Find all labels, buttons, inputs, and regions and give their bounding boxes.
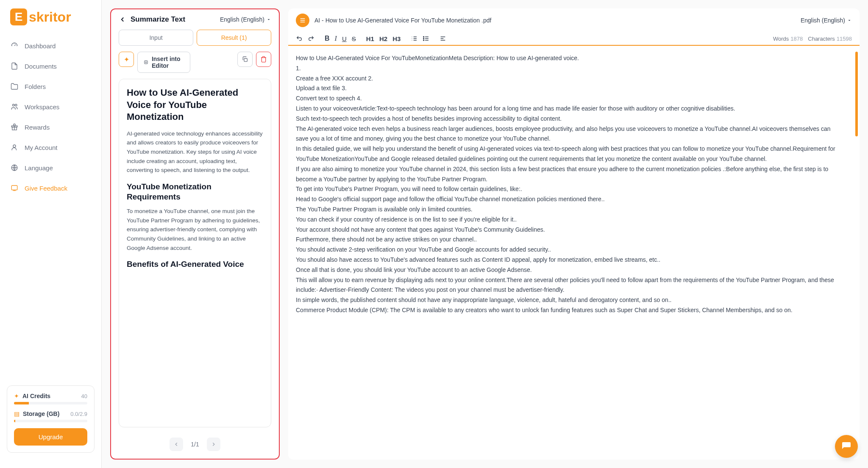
storage-label: Storage (GB) bbox=[23, 410, 70, 417]
editor-line[interactable]: Create a free XXX account 2. bbox=[296, 74, 843, 84]
editor-line[interactable]: Upload a text file 3. bbox=[296, 83, 843, 94]
ai-magic-button[interactable]: ✦ bbox=[119, 52, 134, 67]
sidebar-item-dashboard[interactable]: Dashboard bbox=[0, 36, 101, 56]
globe-icon bbox=[10, 163, 19, 172]
editor-line[interactable]: Listen to your voiceoverArticle:Text-to-… bbox=[296, 104, 843, 114]
unordered-list-icon bbox=[423, 35, 429, 42]
sidebar-item-account[interactable]: My Account bbox=[0, 137, 101, 158]
sidebar-item-label: Workspaces bbox=[25, 103, 59, 111]
sidebar-item-documents[interactable]: Documents bbox=[0, 56, 101, 76]
storage-icon: ▤ bbox=[14, 410, 19, 417]
word-count: Words1878 Characters11598 bbox=[773, 36, 852, 42]
unordered-list-button[interactable] bbox=[423, 35, 429, 42]
align-button[interactable] bbox=[440, 35, 446, 42]
sparkle-icon: ✦ bbox=[124, 55, 129, 64]
editor-line[interactable]: Head to Google's official support page a… bbox=[296, 194, 843, 205]
sidebar-item-language[interactable]: Language bbox=[0, 158, 101, 178]
pager-text: 1/1 bbox=[191, 441, 199, 448]
h3-button[interactable]: H3 bbox=[392, 35, 401, 42]
editor-line[interactable]: How to Use AI-Generated Voice For YouTub… bbox=[296, 53, 843, 64]
editor-line[interactable]: If you are also aiming to monetize your … bbox=[296, 164, 843, 185]
editor-language-label: English (English) bbox=[801, 17, 845, 24]
editor-line[interactable]: This will allow you to earn revenue by d… bbox=[296, 275, 843, 296]
strikethrough-button[interactable]: S bbox=[352, 35, 356, 42]
chars-value: 11598 bbox=[837, 36, 852, 42]
insert-into-editor-button[interactable]: Insert into Editor bbox=[137, 52, 190, 73]
tab-input[interactable]: Input bbox=[119, 30, 193, 46]
folder-icon bbox=[10, 82, 19, 91]
chat-button[interactable] bbox=[835, 435, 858, 458]
italic-button[interactable]: I bbox=[335, 35, 337, 42]
chevron-down-icon bbox=[266, 17, 271, 22]
ai-credits-label: AI Credits bbox=[22, 393, 81, 399]
actions-row: ✦ Insert into Editor bbox=[111, 46, 279, 73]
editor-line[interactable]: The AI-generated voice tech even helps a… bbox=[296, 124, 843, 144]
pager-prev-button[interactable] bbox=[170, 438, 183, 451]
editor-panel: AI - How to Use AI-Generated Voice For Y… bbox=[288, 8, 860, 460]
sidebar-item-folders[interactable]: Folders bbox=[0, 76, 101, 97]
toolbar: B I U S H1 H2 H3 Words187 bbox=[288, 32, 860, 46]
sidebar-item-rewards[interactable]: Rewards bbox=[0, 117, 101, 137]
h2-button[interactable]: H2 bbox=[379, 35, 387, 42]
logo[interactable]: E skritor bbox=[0, 8, 101, 36]
editor-line[interactable]: You should activate 2-step verification … bbox=[296, 245, 843, 255]
svg-point-0 bbox=[13, 104, 15, 106]
sidebar-item-label: Give Feedback bbox=[25, 185, 67, 192]
svg-point-12 bbox=[423, 38, 424, 39]
editor-language-select[interactable]: English (English) bbox=[801, 17, 852, 24]
underline-button[interactable]: U bbox=[342, 35, 347, 42]
editor-line[interactable]: Your account should not have any content… bbox=[296, 225, 843, 235]
logo-mark: E bbox=[10, 8, 27, 25]
svg-rect-6 bbox=[11, 186, 17, 190]
editor-line[interactable]: Convert text to speech 4. bbox=[296, 94, 843, 104]
ordered-list-button[interactable] bbox=[411, 35, 417, 42]
editor-line[interactable]: You can check if your country of residen… bbox=[296, 215, 843, 225]
align-icon bbox=[440, 35, 446, 42]
scrollbar-thumb[interactable] bbox=[855, 52, 858, 136]
pager: 1/1 bbox=[111, 433, 279, 459]
delete-button[interactable] bbox=[256, 52, 271, 67]
editor-line[interactable]: Furthermore, there should not be any act… bbox=[296, 235, 843, 245]
pager-next-button[interactable] bbox=[207, 438, 220, 451]
bold-button[interactable]: B bbox=[325, 35, 330, 42]
editor-line[interactable]: In this detailed guide, we will help you… bbox=[296, 144, 843, 164]
storage-value: 0.0/2.9 bbox=[70, 411, 87, 417]
result-paragraph-1: AI-generated voice technology enhances a… bbox=[127, 129, 263, 175]
svg-point-1 bbox=[15, 104, 17, 106]
words-value: 1878 bbox=[790, 36, 803, 42]
upgrade-button[interactable]: Upgrade bbox=[14, 428, 87, 446]
editor-line[interactable]: The YouTube Partner Program is available… bbox=[296, 205, 843, 215]
sidebar-item-feedback[interactable]: Give Feedback bbox=[0, 178, 101, 198]
svg-marker-10 bbox=[192, 459, 198, 460]
user-icon bbox=[10, 143, 19, 152]
summarize-panel: Summarize Text English (English) Input R… bbox=[110, 8, 280, 460]
copy-button[interactable] bbox=[237, 52, 253, 67]
panel-header: Summarize Text English (English) bbox=[111, 9, 279, 30]
editor-line[interactable]: In simple words, the published content s… bbox=[296, 295, 843, 305]
language-select[interactable]: English (English) bbox=[220, 16, 271, 23]
editor-content[interactable]: How to Use AI-Generated Voice For YouTub… bbox=[288, 46, 860, 460]
insert-icon bbox=[144, 59, 148, 66]
editor-line[interactable]: To get into YouTube's Partner Program, y… bbox=[296, 184, 843, 194]
sidebar-item-label: Documents bbox=[25, 63, 57, 70]
tab-row: Input Result (1) bbox=[111, 30, 279, 46]
sidebar-item-label: My Account bbox=[25, 144, 58, 151]
back-icon[interactable] bbox=[119, 16, 126, 23]
tab-result[interactable]: Result (1) bbox=[197, 30, 271, 46]
h1-button[interactable]: H1 bbox=[366, 35, 374, 42]
editor-line[interactable]: Commerce Product Module (CPM): The CPM i… bbox=[296, 305, 843, 316]
result-heading-2: YouTube Monetization Requirements bbox=[127, 182, 263, 202]
main: Summarize Text English (English) Input R… bbox=[102, 0, 868, 468]
editor-line[interactable]: Once all that is done, you should link y… bbox=[296, 265, 843, 275]
editor-line[interactable]: You should also have access to YouTube's… bbox=[296, 255, 843, 265]
chevron-left-icon bbox=[173, 441, 179, 447]
editor-line[interactable]: 1. bbox=[296, 64, 843, 74]
ai-credits-value: 40 bbox=[81, 393, 87, 399]
sidebar-item-workspaces[interactable]: Workspaces bbox=[0, 97, 101, 117]
result-paragraph-2: To monetize a YouTube channel, one must … bbox=[127, 207, 263, 252]
redo-button[interactable] bbox=[308, 35, 314, 42]
redo-icon bbox=[308, 35, 314, 42]
undo-button[interactable] bbox=[296, 35, 303, 42]
editor-line[interactable]: Such text-to-speech tech provides a host… bbox=[296, 114, 843, 124]
document-icon bbox=[296, 14, 309, 27]
